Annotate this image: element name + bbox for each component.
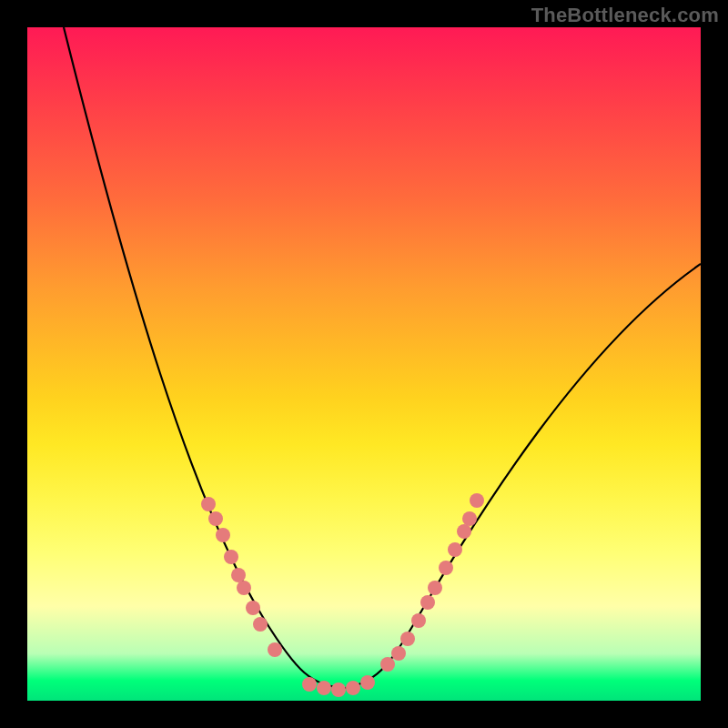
marker-dot — [317, 681, 331, 695]
marker-group-bottom — [302, 675, 375, 697]
marker-dot — [346, 681, 360, 695]
marker-dot — [470, 493, 484, 508]
marker-dot — [439, 561, 453, 575]
marker-dot — [380, 657, 395, 672]
marker-group-right — [380, 493, 484, 672]
marker-dot — [216, 528, 230, 542]
marker-dot — [457, 524, 471, 539]
marker-dot — [331, 682, 346, 697]
chart-frame: TheBottleneck.com — [0, 0, 728, 728]
marker-dot — [400, 632, 415, 646]
marker-dot — [428, 581, 442, 595]
watermark-text: TheBottleneck.com — [531, 4, 719, 27]
plot-area — [27, 27, 701, 701]
marker-dot — [253, 617, 268, 632]
marker-dot — [391, 646, 406, 661]
marker-dot — [231, 568, 246, 582]
marker-dot — [246, 601, 260, 615]
marker-dot — [360, 675, 375, 690]
marker-dot — [224, 550, 238, 564]
marker-dot — [268, 642, 282, 657]
marker-dot — [201, 497, 216, 511]
marker-dot — [302, 677, 317, 692]
bottleneck-curve — [64, 27, 701, 688]
marker-dot — [411, 613, 426, 628]
chart-svg — [27, 27, 701, 701]
marker-dot — [420, 595, 435, 610]
marker-dot — [208, 511, 223, 526]
marker-dot — [237, 581, 251, 595]
marker-group-left — [201, 497, 282, 657]
marker-dot — [448, 542, 462, 557]
marker-dot — [462, 511, 477, 526]
